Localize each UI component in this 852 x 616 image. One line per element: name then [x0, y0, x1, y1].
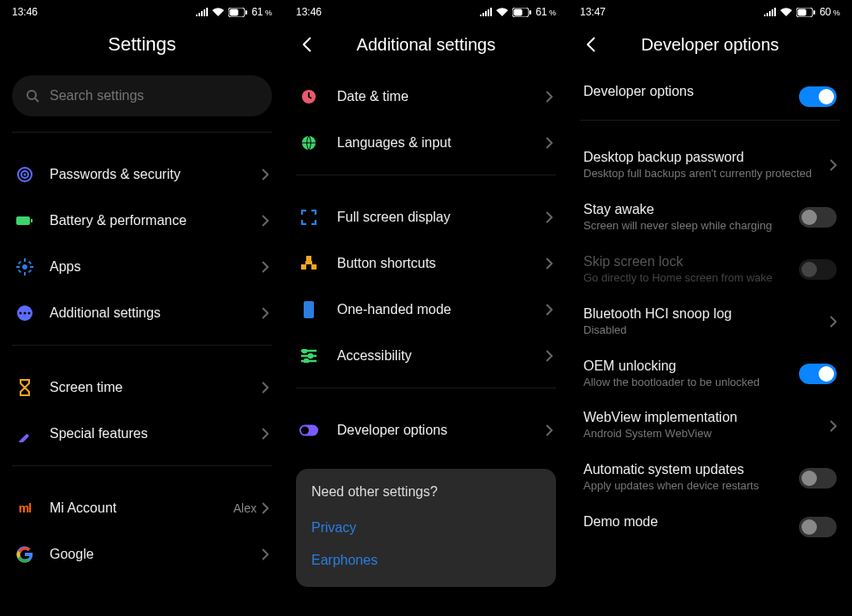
header: Additional settings: [284, 24, 568, 65]
chevron-right-icon: [830, 420, 837, 432]
row-languages-input[interactable]: Languages & input: [284, 120, 568, 166]
status-time: 13:46: [12, 6, 38, 18]
svg-rect-17: [28, 261, 32, 264]
chevron-right-icon: [546, 258, 553, 270]
row-developer-options[interactable]: Developer options: [284, 407, 568, 453]
row-subtitle: Desktop full backups aren't currently pr…: [583, 167, 830, 181]
row-additional-settings[interactable]: Additional settings: [0, 290, 284, 336]
svg-rect-11: [24, 258, 26, 262]
search-input[interactable]: [50, 88, 258, 104]
row-webview[interactable]: WebView implementation Android System We…: [568, 400, 852, 452]
fullscreen-icon: [299, 208, 318, 227]
battery-icon: [796, 8, 815, 17]
phone-icon: [299, 300, 318, 319]
signal-icon: [764, 8, 776, 16]
toggle-dev-options[interactable]: [799, 86, 837, 107]
row-label: Button shortcuts: [337, 256, 546, 271]
svg-rect-8: [16, 216, 30, 225]
svg-point-38: [301, 426, 309, 434]
row-skip-screen-lock: Skip screen lock Go directly to Home scr…: [568, 244, 852, 296]
svg-point-20: [20, 312, 22, 315]
chevron-right-icon: [546, 91, 553, 103]
chevron-right-icon: [546, 211, 553, 223]
svg-point-22: [28, 312, 31, 315]
battery-icon: [228, 8, 247, 17]
google-icon: [15, 545, 34, 564]
row-one-handed-mode[interactable]: One-handed mode: [284, 287, 568, 333]
row-label: One-handed mode: [337, 302, 546, 317]
page-title: Additional settings: [318, 35, 534, 55]
hourglass-icon: [15, 378, 34, 397]
row-title: Bluetooth HCI snoop log: [583, 306, 830, 322]
svg-rect-15: [18, 261, 21, 264]
back-button[interactable]: [580, 33, 602, 56]
row-passwords-security[interactable]: Passwords & security: [0, 151, 284, 198]
row-label: Passwords & security: [50, 167, 262, 182]
link-earphones[interactable]: Earphones: [311, 544, 541, 577]
row-subtitle: Android System WebView: [583, 427, 830, 441]
row-bluetooth-hci[interactable]: Bluetooth HCI snoop log Disabled: [568, 296, 852, 348]
mi-logo-icon: ml: [15, 499, 34, 518]
svg-rect-2: [246, 10, 247, 15]
svg-point-36: [305, 359, 308, 363]
chevron-right-icon: [830, 316, 837, 328]
toggle-stay-awake[interactable]: [799, 207, 837, 228]
row-stay-awake[interactable]: Stay awake Screen will never sleep while…: [568, 192, 852, 244]
svg-rect-18: [18, 270, 21, 273]
chevron-right-icon: [262, 428, 269, 440]
row-oem-unlocking[interactable]: OEM unlocking Allow the bootloader to be…: [568, 348, 852, 400]
row-label: Apps: [50, 259, 262, 275]
svg-point-7: [24, 174, 27, 176]
row-label: Mi Account: [50, 500, 234, 516]
status-bar: 13:47 60 %: [568, 0, 852, 24]
svg-point-3: [27, 91, 36, 99]
row-google[interactable]: Google: [0, 531, 284, 578]
row-title: OEM unlocking: [583, 358, 799, 374]
screen-additional-settings: 13:46 61 % Additional settings Date & ti…: [284, 0, 568, 616]
row-label: Date & time: [337, 89, 546, 104]
row-mi-account[interactable]: ml Mi Account Alex: [0, 485, 284, 531]
status-right: 61 %: [480, 6, 556, 18]
row-label: Battery & performance: [50, 213, 262, 228]
toggle-oem-unlocking[interactable]: [799, 364, 837, 384]
svg-point-21: [24, 312, 27, 315]
row-full-screen-display[interactable]: Full screen display: [284, 194, 568, 240]
chevron-right-icon: [546, 137, 553, 149]
battery-pct: 61 %: [251, 6, 272, 18]
svg-rect-12: [24, 272, 26, 275]
status-right: 61 %: [196, 6, 272, 18]
row-label: Full screen display: [337, 210, 546, 225]
wifi-icon: [212, 8, 224, 16]
row-screen-time[interactable]: Screen time: [0, 364, 284, 411]
row-battery-performance[interactable]: Battery & performance: [0, 198, 284, 244]
row-button-shortcuts[interactable]: Button shortcuts: [284, 240, 568, 287]
row-special-features[interactable]: Special features: [0, 411, 284, 457]
row-title: Skip screen lock: [583, 254, 799, 270]
back-button[interactable]: [296, 33, 318, 56]
svg-rect-32: [305, 261, 312, 264]
link-privacy[interactable]: Privacy: [311, 512, 541, 544]
row-demo-mode[interactable]: Demo mode: [568, 504, 852, 550]
dots-icon: [15, 304, 34, 323]
row-value: Alex: [234, 501, 257, 515]
chevron-right-icon: [262, 382, 269, 394]
row-auto-system-updates[interactable]: Automatic system updates Apply updates w…: [568, 452, 852, 504]
chevron-right-icon: [262, 215, 269, 227]
row-apps[interactable]: Apps: [0, 244, 284, 290]
svg-point-35: [309, 354, 312, 358]
row-subtitle: Screen will never sleep while charging: [583, 219, 799, 234]
row-devopt-toggle[interactable]: Developer options: [568, 74, 852, 120]
toggle-demo-mode[interactable]: [799, 517, 837, 537]
status-right: 60 %: [764, 6, 840, 18]
row-desktop-backup-password[interactable]: Desktop backup password Desktop full bac…: [568, 139, 852, 192]
page-title: Developer options: [602, 35, 818, 55]
svg-rect-31: [311, 264, 317, 270]
row-label: Additional settings: [50, 305, 262, 321]
row-title: Desktop backup password: [583, 150, 830, 165]
search-bar[interactable]: [12, 75, 272, 116]
toggle-auto-updates[interactable]: [799, 468, 837, 489]
row-accessibility[interactable]: Accessibility: [284, 333, 568, 379]
screen-settings: 13:46 61 % Settings Passwords & security…: [0, 0, 284, 616]
row-date-time[interactable]: Date & time: [284, 74, 568, 120]
chevron-right-icon: [262, 307, 269, 319]
